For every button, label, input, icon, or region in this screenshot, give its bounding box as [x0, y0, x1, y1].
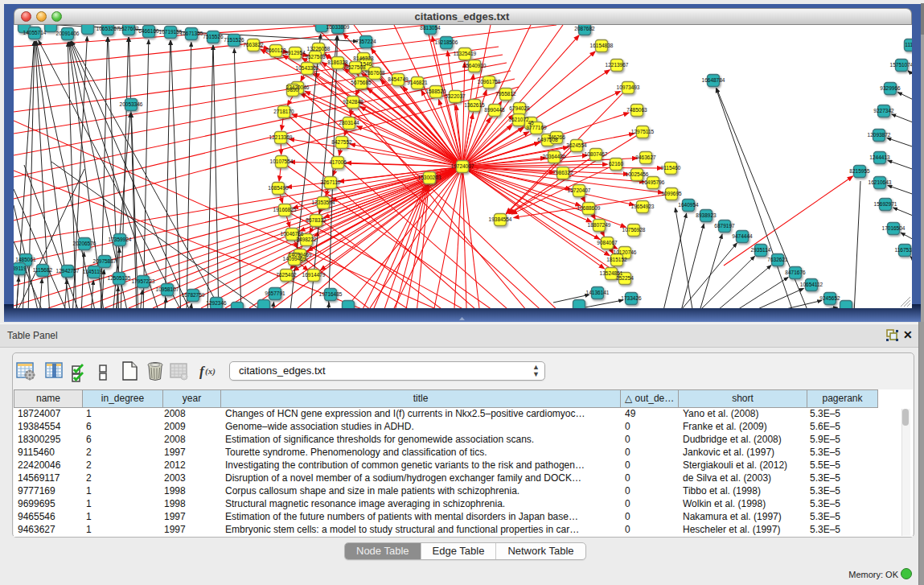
svg-text:19384554: 19384554: [489, 216, 512, 222]
svg-text:2867608: 2867608: [364, 70, 385, 76]
svg-text:10025456: 10025456: [626, 171, 649, 177]
svg-text:9227342: 9227342: [873, 108, 894, 113]
svg-text:9245652: 9245652: [819, 295, 840, 301]
svg-text:2803144: 2803144: [339, 120, 359, 126]
svg-text:8215955: 8215955: [849, 168, 870, 174]
svg-text:16033809: 16033809: [326, 25, 350, 30]
svg-text:2087682: 2087682: [574, 26, 595, 31]
svg-text:8990448: 8990448: [484, 107, 505, 113]
svg-text:9463627: 9463627: [635, 154, 656, 160]
svg-text:7955812: 7955812: [495, 91, 516, 97]
svg-text:(x): (x): [205, 366, 216, 377]
svg-text:6466160: 6466160: [138, 28, 159, 34]
svg-text:39119: 39119: [14, 266, 27, 271]
svg-text:2718170: 2718170: [273, 109, 294, 114]
svg-text:9242848: 9242848: [343, 99, 363, 105]
svg-text:17359924: 17359924: [109, 237, 132, 242]
svg-text:7357224: 7357224: [355, 39, 376, 44]
svg-text:3267110: 3267110: [321, 179, 341, 185]
svg-text:3498222: 3498222: [296, 237, 317, 242]
svg-text:8938923: 8938923: [696, 212, 717, 218]
svg-text:1292346: 1292346: [206, 300, 227, 306]
svg-text:7625402: 7625402: [276, 272, 297, 278]
svg-text:10653267: 10653267: [97, 26, 120, 31]
svg-text:14055714: 14055714: [23, 30, 47, 35]
svg-text:12353594: 12353594: [312, 200, 335, 205]
svg-text:417006: 417006: [329, 159, 347, 165]
svg-text:14136141: 14136141: [586, 290, 610, 295]
svg-text:20364436: 20364436: [543, 154, 566, 159]
svg-text:8146328: 8146328: [353, 56, 374, 61]
svg-text:746266: 746266: [548, 134, 565, 140]
svg-text:19724007: 19724007: [451, 163, 474, 169]
svg-text:20053346: 20053346: [120, 101, 143, 107]
svg-text:1733426: 1733426: [621, 295, 642, 301]
svg-text:12213369: 12213369: [269, 134, 293, 140]
svg-text:19716485: 19716485: [319, 291, 343, 297]
svg-text:1527602: 1527602: [118, 26, 139, 31]
svg-text:9115460: 9115460: [661, 165, 681, 171]
svg-text:9777169: 9777169: [526, 125, 547, 130]
svg-text:15692971: 15692971: [874, 201, 897, 207]
svg-text:17957223: 17957223: [132, 278, 155, 284]
svg-text:9329966: 9329966: [880, 85, 901, 91]
svg-text:20091406: 20091406: [56, 31, 80, 36]
svg-text:5675685: 5675685: [351, 80, 372, 85]
svg-text:1640954: 1640954: [678, 202, 699, 208]
svg-text:8454749: 8454749: [388, 76, 409, 82]
svg-text:12093872: 12093872: [868, 132, 891, 138]
svg-text:2935114: 2935114: [751, 247, 771, 253]
svg-text:1621072: 1621072: [508, 117, 529, 122]
svg-text:10107554: 10107554: [270, 159, 294, 164]
svg-text:3624554: 3624554: [566, 142, 587, 148]
svg-text:62160: 62160: [609, 161, 623, 167]
svg-text:15720407: 15720407: [568, 187, 591, 193]
svg-text:11325419: 11325419: [454, 51, 477, 56]
svg-text:8660123: 8660123: [265, 47, 286, 53]
svg-text:12505135: 12505135: [108, 275, 131, 281]
svg-text:14099469: 14099469: [283, 256, 306, 262]
svg-text:10961758: 10961758: [478, 79, 501, 84]
svg-text:16671355: 16671355: [180, 31, 203, 36]
svg-text:15751074: 15751074: [890, 62, 912, 68]
svg-text:1588520: 1588520: [425, 89, 446, 94]
svg-text:8678332: 8678332: [306, 217, 326, 223]
svg-text:9146821: 9146821: [407, 80, 428, 85]
svg-text:19166825: 19166825: [273, 207, 297, 212]
svg-text:19654923: 19654923: [631, 204, 655, 209]
svg-text:12213967: 12213967: [606, 62, 629, 68]
svg-text:1485061: 1485061: [15, 257, 36, 262]
svg-text:10046786: 10046786: [281, 231, 304, 237]
svg-text:7515526: 7515526: [203, 34, 224, 39]
svg-text:6879197: 6879197: [714, 223, 735, 229]
svg-text:8427552: 8427552: [331, 139, 352, 145]
svg-text:6794028: 6794028: [509, 105, 530, 111]
svg-text:15640910: 15640910: [463, 63, 487, 68]
svg-text:5322037: 5322037: [445, 93, 466, 99]
svg-text:8471676: 8471676: [785, 270, 806, 275]
svg-text:10654112: 10654112: [800, 282, 823, 287]
svg-text:17016504: 17016504: [882, 225, 906, 231]
svg-text:11451194: 11451194: [83, 269, 105, 274]
svg-text:1167533: 1167533: [895, 247, 912, 253]
svg-text:10756928: 10756928: [622, 227, 646, 233]
svg-text:12975115: 12975115: [631, 129, 655, 134]
svg-text:9084067: 9084067: [597, 240, 618, 245]
svg-text:1362615: 1362615: [464, 102, 485, 108]
svg-text:13226058: 13226058: [307, 46, 331, 51]
svg-text:16210643: 16210643: [869, 179, 892, 185]
svg-text:10719155: 10719155: [159, 29, 183, 35]
svg-text:1244413: 1244413: [869, 154, 890, 160]
svg-text:7485063: 7485063: [626, 107, 647, 113]
svg-text:7632621: 7632621: [767, 257, 788, 262]
svg-text:7151526: 7151526: [224, 37, 244, 43]
svg-text:16782759: 16782759: [182, 292, 205, 298]
svg-text:252254: 252254: [616, 275, 634, 281]
svg-text:9527508: 9527508: [345, 64, 366, 70]
svg-text:20206576: 20206576: [73, 241, 97, 246]
svg-text:10688609: 10688609: [577, 205, 601, 211]
svg-text:10543362: 10543362: [296, 65, 319, 71]
svg-text:15300203: 15300203: [418, 175, 441, 180]
svg-text:9657791: 9657791: [265, 290, 285, 296]
svg-text:10973493: 10973493: [617, 84, 640, 90]
